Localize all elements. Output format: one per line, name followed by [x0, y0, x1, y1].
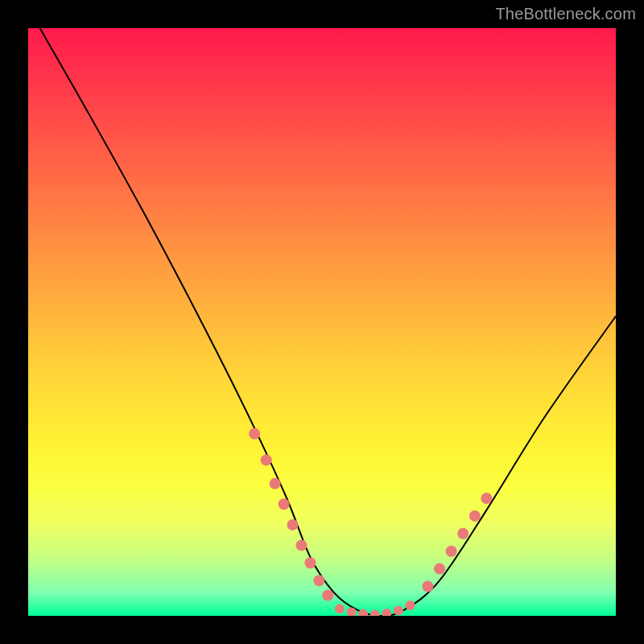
highlight-dot: [335, 604, 345, 613]
highlight-dot: [469, 510, 481, 522]
chart-plot-area: [28, 28, 616, 616]
watermark-text: TheBottleneck.com: [495, 5, 636, 23]
highlight-dot: [304, 557, 316, 568]
highlight-dot: [422, 581, 433, 592]
highlight-dot: [358, 609, 368, 616]
highlight-dot: [446, 546, 457, 557]
bottleneck-curve: [40, 28, 616, 616]
highlight-dot: [296, 539, 308, 551]
highlight-dot: [394, 605, 403, 615]
highlight-dot: [313, 575, 324, 586]
highlight-dot: [270, 478, 281, 489]
highlight-dot: [457, 528, 469, 539]
highlight-dot: [261, 455, 272, 466]
highlight-dot: [287, 519, 299, 530]
highlight-dot: [434, 564, 445, 575]
highlight-segment-bottom: [335, 601, 415, 616]
highlight-dot: [322, 590, 333, 601]
highlight-dot: [481, 493, 492, 504]
highlight-dot: [279, 498, 290, 510]
highlight-dot: [406, 601, 415, 610]
highlight-dot: [382, 609, 391, 616]
highlight-dot: [370, 610, 380, 617]
highlight-segment-right: [422, 493, 492, 592]
chart-svg: [28, 28, 616, 616]
highlight-dot: [249, 428, 260, 440]
